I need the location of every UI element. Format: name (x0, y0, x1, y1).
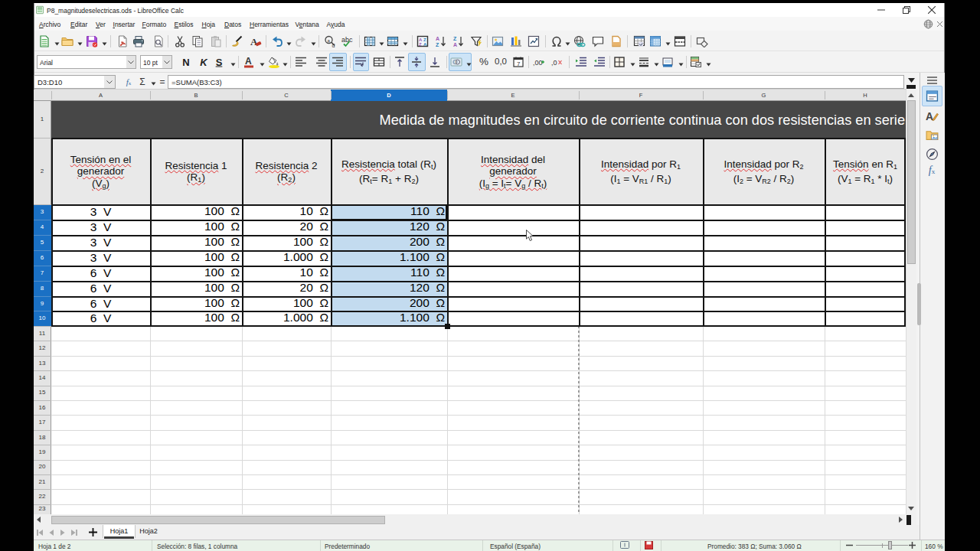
svg-text:7: 7 (517, 60, 521, 67)
svg-text:,0: ,0 (551, 59, 557, 67)
svg-text:A: A (926, 109, 933, 122)
svg-text:abc: abc (341, 36, 353, 44)
svg-text:a: a (328, 37, 331, 42)
svg-text:A: A (245, 56, 252, 67)
svg-text:Z: Z (436, 41, 439, 47)
svg-text:A: A (453, 41, 457, 47)
svg-text:A: A (436, 36, 439, 41)
svg-text:Z: Z (453, 36, 457, 41)
svg-text:,00: ,00 (533, 59, 543, 67)
svg-text:d: d (332, 42, 335, 47)
svg-text:A: A (423, 41, 427, 46)
svg-text:Z: Z (419, 41, 422, 46)
